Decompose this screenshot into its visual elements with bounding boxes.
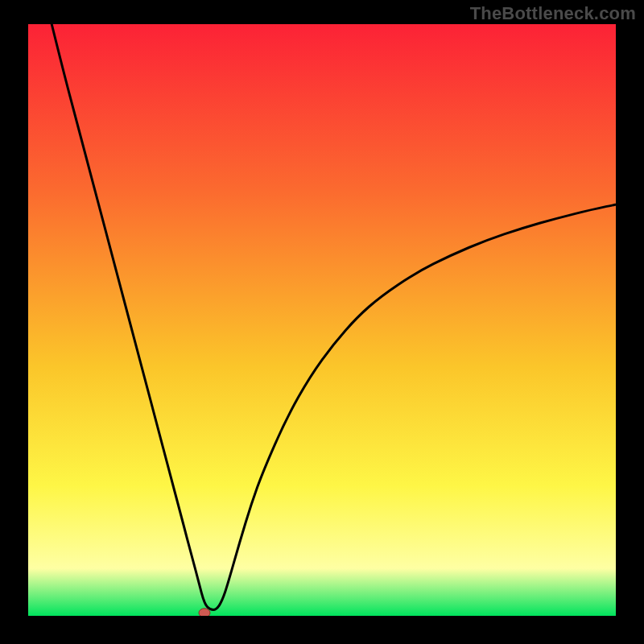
plot-area	[28, 24, 616, 616]
gradient-background	[28, 24, 616, 616]
chart-frame: TheBottleneck.com	[0, 0, 644, 644]
plot-svg	[28, 24, 616, 616]
watermark-text: TheBottleneck.com	[470, 3, 636, 24]
optimum-marker	[199, 609, 210, 616]
